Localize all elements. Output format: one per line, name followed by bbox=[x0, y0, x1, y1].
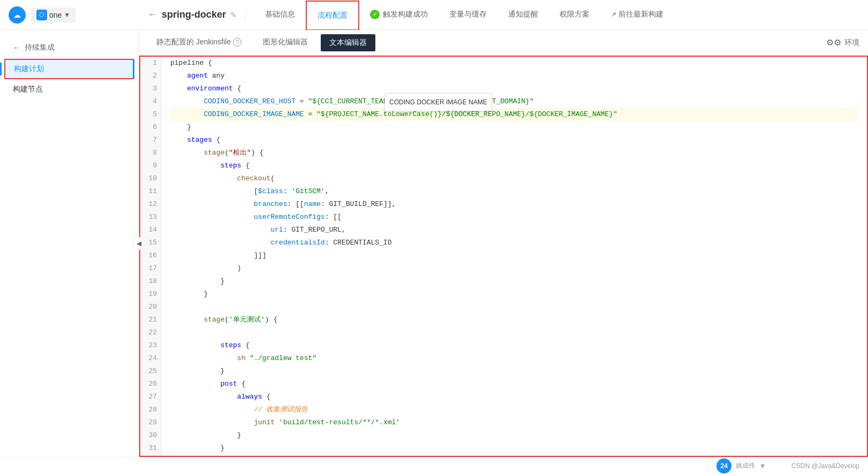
tab-trigger-content: ✓ 触发构建成功 bbox=[370, 10, 428, 19]
line-number: 30 bbox=[145, 429, 157, 442]
code-line: always { bbox=[170, 391, 858, 403]
line-number: 15 bbox=[145, 236, 157, 249]
code-line bbox=[170, 301, 858, 314]
code-line: [$class: 'GitSCM', bbox=[170, 185, 858, 198]
code-line: steps { bbox=[170, 159, 858, 172]
code-line: ) bbox=[170, 262, 858, 275]
code-line: } bbox=[170, 288, 858, 301]
code-line: } bbox=[170, 442, 858, 455]
code-line: url: GIT_REPO_URL, bbox=[170, 224, 858, 236]
sidebar-item-build-plan[interactable]: 构建计划 bbox=[4, 59, 134, 79]
line-number: 6 bbox=[145, 121, 157, 134]
code-editor[interactable]: 1234567891011121314151617181920212223242… bbox=[140, 57, 867, 456]
project-name: one bbox=[49, 11, 62, 19]
line-number: 11 bbox=[145, 185, 157, 198]
code-line: } bbox=[170, 429, 858, 442]
help-icon[interactable]: ? bbox=[233, 38, 241, 47]
tab-static-jenkinsfile[interactable]: 静态配置的 Jenkinsfile ? bbox=[148, 30, 250, 56]
line-number: 8 bbox=[145, 147, 157, 159]
top-header: ☁ ⬡ one ▼ ← spring-docker ✎ 基础信息 流程配置 ✓ … bbox=[0, 0, 868, 30]
line-number: 1 bbox=[145, 57, 157, 70]
line-number: 12 bbox=[145, 198, 157, 211]
code-line: stage('单元测试') { bbox=[170, 314, 858, 326]
header-left: ☁ ⬡ one ▼ bbox=[9, 6, 148, 24]
line-number: 25 bbox=[145, 365, 157, 378]
header-divider bbox=[245, 10, 246, 20]
edit-title-button[interactable]: ✎ bbox=[230, 11, 237, 19]
line-number: 28 bbox=[145, 403, 157, 416]
user-chevron-icon: ▼ bbox=[759, 462, 766, 470]
page-title: spring-docker bbox=[162, 9, 226, 20]
tab-permission[interactable]: 权限方案 bbox=[549, 0, 600, 30]
line-number: 27 bbox=[145, 391, 157, 403]
content-area: 静态配置的 Jenkinsfile ? 图形化编辑器 文本编辑器 ⚙⚙ 环境 bbox=[139, 30, 868, 457]
line-number: 21 bbox=[145, 314, 157, 326]
main-layout: ◀ ← 持续集成 构建计划 构建节点 静态配置的 Jenkinsfile bbox=[0, 30, 868, 457]
sidebar: ◀ ← 持续集成 构建计划 构建节点 bbox=[0, 30, 139, 457]
code-line: environment { bbox=[170, 82, 858, 95]
line-number: 9 bbox=[145, 159, 157, 172]
tab-text-editor[interactable]: 文本编辑器 bbox=[321, 34, 375, 51]
line-number: 18 bbox=[145, 275, 157, 288]
active-indicator bbox=[0, 63, 2, 75]
line-number: 26 bbox=[145, 378, 157, 391]
code-line: ]]] bbox=[170, 249, 858, 262]
line-number: 24 bbox=[145, 352, 157, 365]
header-center: ← spring-docker ✎ 基础信息 流程配置 ✓ 触发构建成功 变量与… bbox=[148, 0, 859, 30]
code-line: } bbox=[170, 275, 858, 288]
code-line: steps { bbox=[170, 339, 858, 352]
line-number: 22 bbox=[145, 326, 157, 339]
sidebar-collapse-button[interactable]: ◀ bbox=[132, 237, 145, 250]
tab-graphical-editor[interactable]: 图形化编辑器 bbox=[254, 30, 316, 56]
code-line: post { bbox=[170, 378, 858, 391]
line-numbers: 1234567891011121314151617181920212223242… bbox=[140, 57, 162, 456]
code-line: } bbox=[170, 365, 858, 378]
line-number: 19 bbox=[145, 288, 157, 301]
line-number: 10 bbox=[145, 172, 157, 185]
sub-header: 静态配置的 Jenkinsfile ? 图形化编辑器 文本编辑器 ⚙⚙ 环境 bbox=[139, 30, 868, 56]
code-line: credentialsId: CREDENTIALS_ID bbox=[170, 236, 858, 249]
footer: 24 姚成伟 ▼ CSDN @Java&Develop bbox=[0, 457, 868, 474]
nav-tabs: 基础信息 流程配置 ✓ 触发构建成功 变量与缓存 通知提醒 权限方案 ↗ bbox=[254, 0, 674, 30]
line-number: 31 bbox=[145, 442, 157, 455]
line-number: 20 bbox=[145, 301, 157, 314]
code-line: pipeline { bbox=[170, 57, 858, 70]
code-line: branches: [[name: GIT_BUILD_REF]], bbox=[170, 198, 858, 211]
copyright: CSDN @Java&Develop bbox=[791, 462, 859, 470]
line-number: 17 bbox=[145, 262, 157, 275]
line-number: 13 bbox=[145, 211, 157, 224]
line-number: 4 bbox=[145, 95, 157, 108]
line-number: 16 bbox=[145, 249, 157, 262]
line-number: 2 bbox=[145, 70, 157, 82]
code-line[interactable]: CODING_DOCKER_IMAGE_NAME = "${PROJECT_NA… bbox=[170, 108, 858, 121]
code-line: stage("检出") { bbox=[170, 147, 858, 159]
sub-tabs: 静态配置的 Jenkinsfile ? 图形化编辑器 文本编辑器 bbox=[148, 30, 375, 56]
project-selector[interactable]: ⬡ one ▼ bbox=[31, 7, 76, 22]
tooltip: CODING DOCKER IMAGE NAME bbox=[384, 93, 492, 111]
line-number: 14 bbox=[145, 224, 157, 236]
tab-notify[interactable]: 通知提醒 bbox=[497, 0, 549, 30]
tab-basic[interactable]: 基础信息 bbox=[254, 0, 306, 30]
back-arrow-icon: ← bbox=[13, 43, 20, 52]
tab-latest[interactable]: ↗ 前往最新构建 bbox=[600, 0, 674, 30]
line-number: 29 bbox=[145, 416, 157, 429]
code-line: agent any bbox=[170, 70, 858, 82]
code-line bbox=[170, 326, 858, 339]
code-line: stages { bbox=[170, 134, 858, 147]
code-line: checkout( bbox=[170, 172, 858, 185]
settings-icon: ⚙⚙ bbox=[826, 37, 841, 48]
env-button[interactable]: ⚙⚙ 环境 bbox=[826, 37, 859, 48]
tab-cache[interactable]: 变量与缓存 bbox=[439, 0, 497, 30]
chevron-down-icon: ▼ bbox=[64, 11, 70, 19]
code-lines: pipeline { agent any environment { CODIN… bbox=[162, 57, 867, 456]
sidebar-section-ci[interactable]: ← 持续集成 bbox=[0, 39, 139, 57]
success-icon: ✓ bbox=[370, 10, 380, 19]
user-info: 24 姚成伟 ▼ CSDN @Java&Develop bbox=[716, 458, 859, 473]
line-number: 5 bbox=[145, 108, 157, 121]
back-button[interactable]: ← bbox=[148, 9, 157, 20]
sidebar-item-build-node[interactable]: 构建节点 bbox=[0, 79, 139, 100]
code-line: junit 'build/test-results/**/*.xml' bbox=[170, 416, 858, 429]
tab-pipeline[interactable]: 流程配置 bbox=[306, 1, 359, 30]
tab-trigger[interactable]: ✓ 触发构建成功 bbox=[359, 0, 439, 30]
logo-icon: ☁ bbox=[9, 6, 26, 24]
